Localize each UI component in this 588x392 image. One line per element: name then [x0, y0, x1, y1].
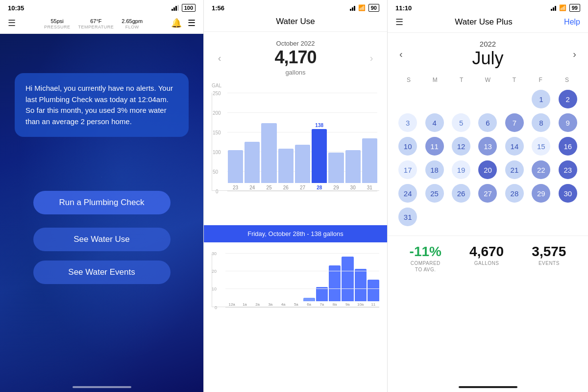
cal-week-3: 10 11 12 13 14 15 16	[395, 135, 580, 157]
bar-col-23[interactable]: 23	[228, 150, 243, 190]
cal-day-21[interactable]: 21	[502, 159, 527, 181]
detail-bar-6a	[303, 298, 315, 301]
time-3: 11:10	[395, 4, 412, 12]
bar-label-24: 24	[249, 185, 255, 190]
bar-col-25[interactable]: 25	[261, 123, 276, 190]
cal-day-28[interactable]: 28	[502, 183, 527, 204]
gallons-value: 4,670	[469, 244, 504, 260]
flow-value: 2.65gpm	[122, 17, 143, 24]
bar-27	[295, 145, 310, 183]
help-button[interactable]: Help	[564, 18, 580, 26]
bar-col-26[interactable]: 26	[278, 149, 294, 190]
cal-day-23[interactable]: 23	[556, 159, 580, 181]
change-label1: COMPARED	[410, 261, 441, 266]
cal-next-btn[interactable]: ›	[573, 49, 576, 60]
cal-day-10[interactable]: 10	[395, 135, 420, 157]
events-label: EVENTS	[532, 261, 566, 266]
cal-day-30[interactable]: 30	[556, 183, 580, 204]
cal-day-19[interactable]: 19	[449, 159, 473, 181]
pressure-stat: 55psi PRESSURE	[44, 17, 71, 29]
flow-stat: 2.65gpm FLOW	[122, 17, 143, 29]
cal-day-14[interactable]: 14	[502, 135, 527, 157]
cal-day-31[interactable]: 31	[395, 206, 420, 228]
cal-day-3[interactable]: 3	[395, 112, 420, 133]
bar-col-24[interactable]: 24	[245, 142, 260, 190]
battery-icon-2: 90	[368, 4, 379, 12]
bar-25	[261, 123, 276, 183]
cal-day-5[interactable]: 5	[449, 112, 473, 133]
detail-label-11: 11	[371, 302, 375, 307]
detail-chart-area: 30 20 10 0 12a 1a 2a	[204, 242, 387, 392]
prev-month-btn[interactable]: ‹	[214, 52, 225, 64]
detail-label-4a: 4a	[281, 302, 286, 307]
calendar-grid: S M T W T F S 1 2 3 4 5 6 7 8 9	[388, 71, 588, 234]
cal-day-16[interactable]: 16	[556, 135, 580, 157]
cal-day-1[interactable]: 1	[529, 88, 553, 110]
cal-day-18[interactable]: 18	[422, 159, 446, 181]
cal-day-27[interactable]: 27	[475, 183, 500, 204]
cal-day-17[interactable]: 17	[395, 159, 420, 181]
speech-bubble: Hi Michael, you currently have no alerts…	[15, 73, 189, 137]
menu-icon-3[interactable]: ☰	[395, 17, 403, 27]
cal-day-25[interactable]: 25	[422, 183, 446, 204]
cal-day-9[interactable]: 9	[556, 112, 580, 133]
water-events-button[interactable]: See Water Events	[33, 261, 171, 284]
cal-year: 2022	[472, 40, 503, 48]
status-bar-1: 10:35 100	[0, 0, 203, 14]
month-nav-area: ‹ October 2022 4,170 gallons ›	[204, 32, 387, 78]
cal-day-15[interactable]: 15	[529, 135, 553, 157]
bell-icon[interactable]: 🔔	[171, 18, 182, 28]
cal-prev-btn[interactable]: ‹	[399, 49, 403, 60]
cal-day-13[interactable]: 13	[475, 135, 500, 157]
cal-week-4: 17 18 19 20 21 22 23	[395, 159, 580, 181]
cal-empty-4	[475, 88, 500, 110]
cal-day-7[interactable]: 7	[502, 112, 527, 133]
cal-empty-3	[449, 88, 473, 110]
signal-icon-2	[350, 5, 355, 11]
bar-col-27[interactable]: 27	[295, 145, 310, 190]
cal-empty-6	[422, 206, 446, 228]
cal-day-26[interactable]: 26	[449, 183, 473, 204]
stats-row-3: -11% COMPARED TO AVG. 4,670 GALLONS 3,57…	[388, 235, 588, 278]
detail-bar-11	[368, 280, 379, 301]
cal-day-8[interactable]: 8	[529, 112, 553, 133]
events-stat: 3,575 EVENTS	[532, 244, 566, 272]
cal-day-20[interactable]: 20	[475, 159, 500, 181]
bar-col-28[interactable]: 138 28	[312, 123, 327, 190]
cal-day-11[interactable]: 11	[422, 135, 446, 157]
bar-label-27: 27	[300, 185, 305, 190]
cal-day-2[interactable]: 2	[556, 88, 580, 110]
water-use-button[interactable]: See Water Use	[33, 228, 171, 251]
cal-empty-1	[395, 88, 420, 110]
cal-empty-8	[475, 206, 500, 228]
home-background: Hi Michael, you currently have no alerts…	[0, 34, 203, 392]
next-month-btn[interactable]: ›	[366, 52, 377, 64]
bar-col-31[interactable]: 31	[362, 138, 377, 190]
gallons-label: GALLONS	[469, 261, 504, 266]
cal-day-22[interactable]: 22	[529, 159, 553, 181]
menu-icon-1[interactable]: ☰	[8, 18, 16, 28]
pressure-label: PRESSURE	[44, 25, 71, 29]
status-bar-2: 1:56 📶 90	[204, 0, 387, 14]
bar-label-28: 28	[317, 185, 322, 190]
cal-day-4[interactable]: 4	[422, 112, 446, 133]
cal-day-6[interactable]: 6	[475, 112, 500, 133]
bar-col-29[interactable]: 29	[328, 153, 343, 190]
cal-day-29[interactable]: 29	[529, 183, 553, 204]
cal-empty-10	[529, 206, 553, 228]
stats-row-1: 55psi PRESSURE 67°F TEMPERATURE 2.65gpm …	[44, 17, 143, 29]
flow-label: FLOW	[122, 25, 143, 29]
time-2: 1:56	[212, 4, 224, 12]
bar-label-23: 23	[233, 185, 238, 190]
cal-empty-2	[422, 88, 446, 110]
cal-day-12[interactable]: 12	[449, 135, 473, 157]
events-value: 3,575	[532, 244, 566, 260]
bar-col-30[interactable]: 30	[345, 150, 361, 190]
menu-icon-1b[interactable]: ☰	[188, 18, 196, 28]
plumbing-check-button[interactable]: Run a Plumbing Check	[33, 191, 171, 214]
main-chart-area: GAL 250 200 150 100 50 0 23 24	[204, 78, 387, 225]
cal-day-24[interactable]: 24	[395, 183, 420, 204]
temp-label: TEMPERATURE	[78, 25, 114, 29]
detail-label-2a: 2a	[255, 302, 260, 307]
month-center: October 2022 4,170 gallons	[225, 40, 366, 76]
